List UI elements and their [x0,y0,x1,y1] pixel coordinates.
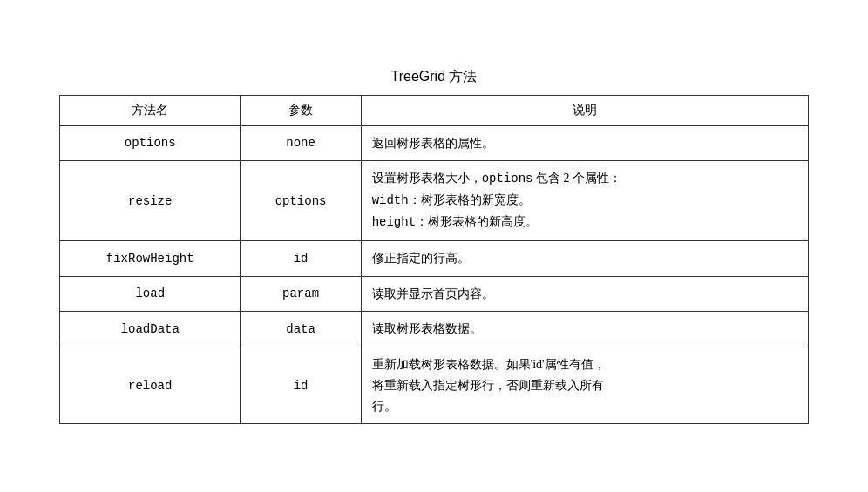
cell-method: resize [60,161,241,240]
methods-table: 方法名 参数 说明 optionsnone返回树形表格的属性。resizeopt… [59,95,809,425]
table-header-row: 方法名 参数 说明 [60,95,809,125]
cell-param: none [241,125,361,161]
cell-description: 修正指定的行高。 [361,240,808,276]
cell-param: param [241,276,361,312]
table-row: optionsnone返回树形表格的属性。 [60,125,809,161]
header-description: 说明 [361,95,808,125]
cell-description: 设置树形表格大小，options 包含 2 个属性：width：树形表格的新宽度… [361,161,808,240]
cell-method: fixRowHeight [60,240,241,276]
code-span: options [482,172,533,185]
table-row: loadDatadata读取树形表格数据。 [60,312,809,347]
cell-method: reload [60,347,241,424]
table-row: reloadid重新加载树形表格数据。如果'id'属性有值，将重新载入指定树形行… [60,347,809,424]
cell-description: 读取树形表格数据。 [361,312,808,347]
main-container: TreeGrid 方法 方法名 参数 说明 optionsnone返回树形表格的… [59,68,809,425]
code-span: width [372,193,409,207]
table-row: resizeoptions设置树形表格大小，options 包含 2 个属性：w… [60,161,809,240]
cell-param: id [241,240,361,276]
cell-param: options [241,161,361,240]
cell-param: id [241,347,361,424]
table-title: TreeGrid 方法 [59,68,809,86]
header-param: 参数 [241,95,361,125]
table-row: loadparam读取并显示首页内容。 [60,276,809,312]
cell-description: 返回树形表格的属性。 [361,125,808,161]
header-method: 方法名 [60,95,241,125]
table-row: fixRowHeightid修正指定的行高。 [60,240,809,276]
cell-method: options [60,125,241,161]
cell-param: data [241,312,361,347]
code-span: height [372,215,416,229]
cell-description: 重新加载树形表格数据。如果'id'属性有值，将重新载入指定树形行，否则重新载入所… [361,347,808,424]
table-body: optionsnone返回树形表格的属性。resizeoptions设置树形表格… [60,125,809,424]
cell-description: 读取并显示首页内容。 [361,276,808,312]
cell-method: loadData [60,312,241,347]
cell-method: load [60,276,241,312]
